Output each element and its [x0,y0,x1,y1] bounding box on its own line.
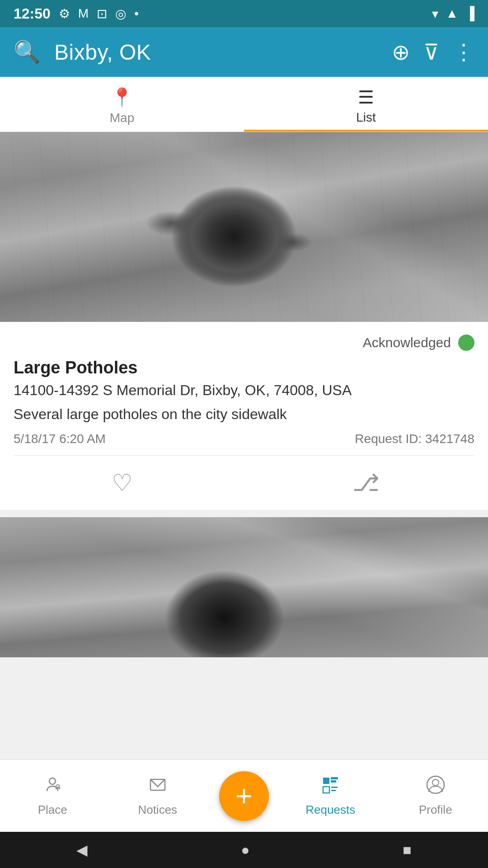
gmail-icon: M [78,6,89,21]
svg-rect-7 [331,787,338,788]
bottom-nav: Place Notices + Requests [0,760,488,832]
nav-requests-label: Requests [305,803,355,817]
pothole-image-2 [0,517,488,657]
profile-icon [426,775,446,799]
pothole-image-1 [0,132,488,322]
nav-add-button[interactable]: + [219,771,269,821]
search-button[interactable]: 🔍 [14,39,41,65]
wifi-icon: ▾ [432,6,438,21]
status-bar: 12:50 ⚙ M ⊡ ◎ • ▾ ▲ ▐ [0,0,488,27]
like-button[interactable]: ♡ [95,465,149,501]
svg-point-10 [432,779,439,786]
app-bar: 🔍 Bixby, OK ⊕ ⊽ ⋮ [0,27,488,77]
add-icon: + [235,782,252,811]
view-tabs: 📍 Map ☰ List [0,77,488,132]
tab-map[interactable]: 📍 Map [0,77,244,132]
tab-list-label: List [356,110,376,125]
card-title: Large Potholes [14,358,474,377]
card-meta: 5/18/17 6:20 AM Request ID: 3421748 [14,432,474,455]
nav-profile[interactable]: Profile [383,760,488,832]
nav-notices[interactable]: Notices [105,760,211,832]
system-nav: ◀ ● ■ [0,832,488,868]
status-left: 12:50 ⚙ M ⊡ ◎ • [14,5,139,22]
share-icon: ⎇ [352,469,380,496]
request-card-1: Acknowledged Large Potholes 14100-14392 … [0,132,488,510]
nav-profile-label: Profile [419,803,452,817]
svg-rect-6 [323,787,329,793]
nav-requests[interactable]: Requests [278,760,383,832]
card-address: 14100-14392 S Memorial Dr, Bixby, OK, 74… [14,382,474,399]
vpn-icon: ◎ [115,6,126,21]
heart-icon: ♡ [112,469,133,496]
card-date: 5/18/17 6:20 AM [14,432,106,446]
tab-list[interactable]: ☰ List [244,77,488,132]
back-button[interactable]: ◀ [76,841,88,859]
svg-rect-4 [331,778,338,779]
share-button[interactable]: ⎇ [339,465,393,501]
place-icon [42,775,62,799]
status-dot [458,335,474,351]
location-button[interactable]: ⊕ [392,39,410,65]
settings-icon: ⚙ [59,6,70,21]
filter-button[interactable]: ⊽ [423,39,439,65]
recent-button[interactable]: ■ [403,842,411,859]
dot-icon: • [134,6,139,21]
map-pin-icon: 📍 [111,87,133,108]
card-image-1[interactable] [0,132,488,322]
svg-point-0 [49,778,56,784]
card-actions: ♡ ⎇ [0,456,488,510]
more-button[interactable]: ⋮ [453,39,474,65]
cast-icon: ⊡ [97,6,107,21]
nav-notices-label: Notices [138,803,177,817]
nav-place[interactable]: Place [0,760,105,832]
request-card-2 [0,517,488,657]
status-label: Acknowledged [363,335,451,350]
nav-place-label: Place [38,803,67,817]
svg-rect-8 [331,790,336,791]
requests-icon [320,775,340,799]
list-icon: ☰ [358,87,374,108]
content-area: Acknowledged Large Potholes 14100-14392 … [0,132,488,737]
battery-icon: ▐ [465,6,474,21]
signal-icon: ▲ [446,6,458,21]
status-time: 12:50 [14,5,51,22]
tab-map-label: Map [110,111,134,125]
card-request-id: Request ID: 3421748 [355,432,474,446]
status-right: ▾ ▲ ▐ [432,6,474,21]
home-button[interactable]: ● [241,842,249,859]
notices-icon [148,775,168,799]
card-image-2[interactable] [0,517,488,657]
card-status-row: Acknowledged [14,335,474,351]
svg-point-9 [427,776,444,793]
svg-rect-3 [323,778,329,784]
app-bar-title: Bixby, OK [54,40,378,65]
svg-rect-5 [331,781,336,782]
card-body-1: Acknowledged Large Potholes 14100-14392 … [0,322,488,455]
card-description: Several large potholes on the city sidew… [14,406,474,423]
